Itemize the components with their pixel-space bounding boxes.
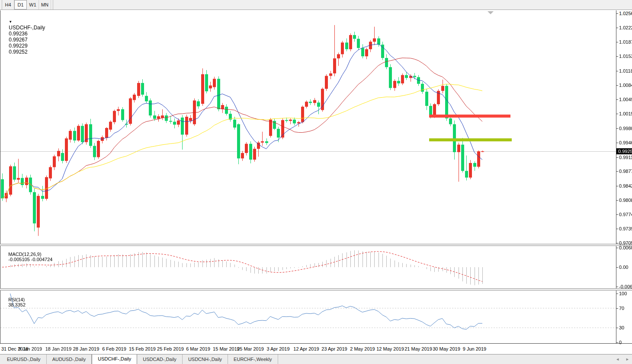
- date-axis-label: 2 May 2019: [350, 346, 375, 351]
- ohlc-high: 0.99267: [9, 37, 27, 43]
- price-axis-label: 1.02560: [619, 11, 632, 16]
- date-axis-label: 12 Apr 2019: [293, 346, 319, 351]
- tab-scroll-arrows: ◄ ►: [616, 354, 629, 364]
- rsi-indicator-label: RSI(14) 38.3352: [3, 292, 26, 313]
- price-axis-label: 0.98770: [619, 169, 632, 174]
- price-axis-label: 0.97740: [619, 212, 632, 217]
- tab-eurchf-weekly[interactable]: EURCHF-,Weekly: [228, 354, 278, 364]
- tab-usdcnh-daily[interactable]: USDCNH-,Daily: [183, 354, 228, 364]
- current-price-marker: 0.99252: [616, 148, 632, 154]
- toolbar-separator: [51, 0, 53, 10]
- macd-axis-label: -0.006096: [619, 284, 632, 289]
- price-axis-label: 1.01870: [619, 39, 632, 45]
- macd-indicator-label: MACD(12,26,9) -0.005105 -0.004724: [3, 246, 52, 267]
- macd-values: -0.005105 -0.004724: [8, 257, 52, 262]
- price-axis-label: 0.98080: [619, 198, 632, 203]
- price-axis-label: 1.00490: [619, 97, 632, 102]
- date-axis-label: 30 May 2019: [433, 346, 460, 351]
- timeframe-button-mn[interactable]: MN: [39, 0, 51, 10]
- price-axis-label: 1.00150: [619, 111, 632, 116]
- rsi-axis-label: 100: [619, 291, 627, 296]
- macd-name: MACD(12,26,9): [8, 252, 41, 257]
- rsi-axis-label: 70: [619, 306, 624, 311]
- date-axis-label: 9 Jan 2019: [19, 346, 42, 351]
- tab-usdcad-daily[interactable]: USDCAD-,Daily: [137, 354, 183, 364]
- collapse-arrow-icon[interactable]: ▼: [9, 20, 12, 24]
- date-axis-label: 15 Mar 2019: [213, 346, 240, 351]
- rsi-pane-canvas[interactable]: [0, 291, 619, 343]
- chart-window: ▼ USDCHF-,Daily 0.99236 0.99267 0.99229 …: [0, 10, 632, 354]
- date-axis-label: 12 May 2019: [376, 346, 404, 351]
- timeframe-button-h4[interactable]: H4: [2, 0, 14, 10]
- date-axis-label: 21 May 2019: [404, 346, 432, 351]
- date-axis-label: 25 Mar 2019: [237, 346, 264, 351]
- price-axis-label: 1.02220: [619, 25, 632, 30]
- price-axis-label: 0.97390: [619, 226, 632, 231]
- macd-axis-label: 0.00: [619, 265, 628, 270]
- chart-title: ▼ USDCHF-,Daily 0.99236 0.99267 0.99229 …: [3, 13, 47, 61]
- rsi-name: RSI(14): [8, 297, 25, 302]
- date-axis-label: 18 Jan 2019: [45, 346, 72, 351]
- timeframe-button-d1[interactable]: D1: [14, 0, 27, 10]
- date-axis-label: 23 Apr 2019: [321, 346, 347, 351]
- price-axis-label: 0.99110: [619, 155, 632, 160]
- date-axis-label: 6 Feb 2019: [102, 346, 126, 351]
- symbol-tabbar: EURUSD-,Daily AUDUSD-,Daily USDCHF-,Dail…: [0, 354, 632, 364]
- date-axis-label: 25 Feb 2019: [157, 346, 184, 351]
- price-axis-label: 1.01530: [619, 54, 632, 59]
- timeframe-toolbar: H4 D1 W1 MN: [0, 0, 632, 10]
- tab-audusd-daily[interactable]: AUDUSD-,Daily: [47, 354, 92, 364]
- date-axis-label: 6 Mar 2019: [186, 346, 210, 351]
- tab-usdchf-daily[interactable]: USDCHF-,Daily: [92, 354, 137, 364]
- rsi-value: 38.3352: [8, 302, 26, 307]
- date-axis-label: 28 Jan 2019: [73, 346, 99, 351]
- price-axis-label: 1.00840: [619, 83, 632, 88]
- tab-scroll-left-icon[interactable]: ◄: [616, 357, 619, 361]
- macd-axis-label: 0.006058: [619, 245, 632, 250]
- price-axis-label: 1.01180: [619, 68, 632, 73]
- macd-pane-canvas[interactable]: [0, 246, 619, 288]
- date-axis-label: 15 Feb 2019: [129, 346, 156, 351]
- price-chart-canvas[interactable]: [0, 10, 619, 244]
- tab-scroll-right-icon[interactable]: ►: [626, 357, 629, 361]
- date-axis[interactable]: 31 Dec 20189 Jan 201918 Jan 201928 Jan 2…: [0, 343, 632, 354]
- date-axis-label: 3 Apr 2019: [266, 346, 289, 351]
- timeframe-button-w1[interactable]: W1: [27, 0, 39, 10]
- date-axis-label: 9 Jun 2019: [463, 346, 486, 351]
- tab-eurusd-daily[interactable]: EURUSD-,Daily: [1, 354, 47, 364]
- price-axis-label: 0.99800: [619, 126, 632, 131]
- price-axis-label: 0.98420: [619, 183, 632, 188]
- rsi-axis-label: 0: [619, 340, 622, 345]
- rsi-axis-label: 30: [619, 325, 624, 330]
- price-axis-label: 0.99460: [619, 140, 632, 145]
- ohlc-close: 0.99252: [9, 49, 27, 55]
- ohlc-open: 0.99236: [9, 31, 27, 37]
- chart-title-symbol: USDCHF-,Daily: [9, 25, 45, 31]
- ohlc-low: 0.99229: [9, 43, 27, 49]
